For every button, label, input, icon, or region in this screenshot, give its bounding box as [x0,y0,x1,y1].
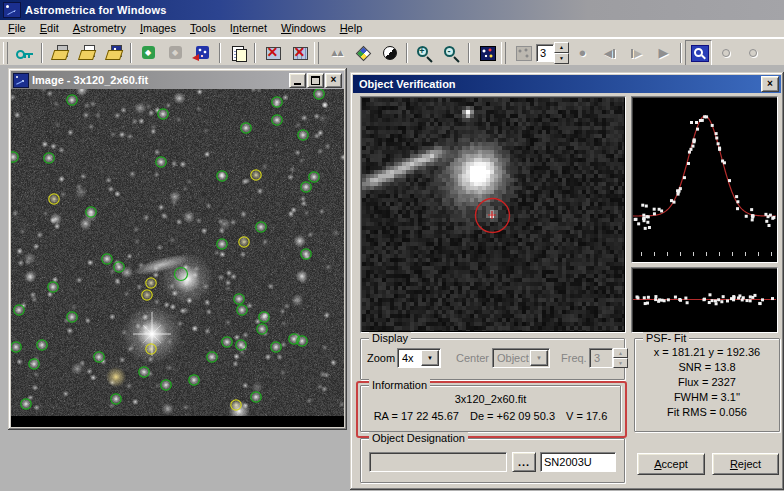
toolbar-open-folder-button[interactable] [46,40,73,66]
toolbar-magnifier-button[interactable] [685,40,712,66]
toolbar-open-folder-white-button[interactable] [73,40,100,66]
information-group: Information 3x120_2x60.fit RA = 17 22 45… [360,385,621,432]
psf-profile-plot [633,98,776,261]
accept-button[interactable]: Accept [637,453,705,475]
information-filename: 3x120_2x60.fit [361,393,620,405]
display-group: Display Zoom 4x ▼ Center Object ▼ Freq. … [360,338,625,380]
frame-down-icon[interactable]: ▼ [554,53,569,64]
reject-button[interactable]: Reject [712,453,779,475]
object-image-frame [360,96,626,333]
app-title: Astrometrica for Windows [25,4,167,16]
object-designation-label: Object Designation [369,432,468,444]
toolbar-target-gray-button: ◆ [162,40,189,66]
toolbar-separator [406,43,408,63]
menu-help[interactable]: Help [333,21,370,36]
toolbar-marker-2-button [739,40,766,66]
toolbar-report-button[interactable] [224,40,251,66]
toolbar-target-green-button[interactable]: ◆ [135,40,162,66]
zoom-select[interactable]: 4x ▼ [397,348,441,368]
freq-spinner-value: 3 [589,348,613,368]
information-v: V = 17.6 [566,410,607,422]
toolbar-record-button: ● [569,40,596,66]
toolbar-step-forward-button: ▶ [623,40,650,66]
toolbar-separator [130,43,132,63]
psf-fwhm: FWHM = 3.1'' [635,390,779,405]
zoom-select-value: 4x [398,349,420,367]
image-window-title: Image - 3x120_2x60.fit [32,74,289,86]
toolbar-background-button: ▲▲ [322,40,349,66]
dialog-title: Object Verification [359,78,761,90]
toolbar-separator [254,43,256,63]
image-window-icon [13,73,29,88]
object-designation-group: Object Designation ... [360,438,625,483]
toolbar-color-levels-button[interactable] [349,40,376,66]
display-group-label: Display [369,332,411,344]
image-window-titlebar[interactable]: Image - 3x120_2x60.fit × [11,71,344,89]
menu-edit[interactable]: Edit [33,21,66,36]
close-button[interactable]: × [325,73,342,88]
main-titlebar: Astrometrica for Windows [0,0,784,20]
designation-input[interactable] [540,452,616,472]
residual-plot-frame [631,267,778,333]
object-image[interactable] [362,98,624,331]
information-ra: RA = 17 22 45.67 [374,410,459,422]
toolbar-close-all-images-button[interactable] [286,40,313,66]
toolbar-grip [3,42,8,64]
information-coordinates: RA = 17 22 45.67 De = +62 09 50.3 V = 17… [361,410,620,422]
starfield-image[interactable] [11,89,344,427]
psf-residual-plot [633,269,776,331]
astrometrica-app: Astrometrica for Windows FileEditAstrome… [0,0,784,491]
image-window: Image - 3x120_2x60.fit × [8,68,347,430]
zoom-select-arrow-icon[interactable]: ▼ [421,350,439,366]
freq-down-icon: ▼ [613,358,628,368]
psf-snr: SNR = 13.8 [635,360,779,375]
toolbar-open-folder-stars-button[interactable] [100,40,127,66]
maximize-button[interactable] [307,73,324,88]
menu-tools[interactable]: Tools [183,21,223,36]
toolbar-zoom-out-button[interactable]: - [438,40,465,66]
toolbar-close-image-button[interactable] [259,40,286,66]
toolbar-blink-button[interactable] [473,40,500,66]
psf-fit-group: PSF- Fit x = 181.21 y = 192.36 SNR = 13.… [634,338,780,432]
psf-flux: Flux = 2327 [635,375,779,390]
toolbar-frame-number-value[interactable]: 3 [536,44,554,62]
center-select-arrow-icon: ▼ [530,350,548,366]
toolbar-separator [41,43,43,63]
center-select-value: Object [493,349,529,367]
menu-images[interactable]: Images [133,21,183,36]
menu-file[interactable]: File [1,21,33,36]
designation-field [369,452,507,472]
frame-up-icon[interactable]: ▲ [554,42,569,53]
object-verification-dialog: Object Verification × Display [350,72,784,490]
menu-astrometry[interactable]: Astrometry [66,21,133,36]
center-select: Object ▼ [492,348,550,368]
toolbar-invert-contrast-button[interactable] [376,40,403,66]
toolbar-zoom-in-button[interactable]: + [411,40,438,66]
information-group-label: Information [369,379,430,391]
toolbar-settings-button[interactable] [11,40,38,66]
toolbar-frame-number-spinner[interactable]: 3▲▼ [536,42,569,64]
toolbar-step-back-button: ◀ [596,40,623,66]
browse-button[interactable]: ... [512,452,536,472]
zoom-label: Zoom [367,352,395,364]
psf-fit-group-label: PSF- Fit [643,332,689,344]
toolbar-find-stars-button[interactable] [189,40,216,66]
information-de: De = +62 09 50.3 [470,410,555,422]
menubar: FileEditAstrometryImagesToolsInternetWin… [0,20,784,38]
psf-plot-frame [631,96,778,263]
toolbar-separator [680,43,682,63]
freq-up-icon: ▲ [613,348,628,358]
toolbar-grip [314,42,319,64]
dialog-titlebar[interactable]: Object Verification × [353,75,781,93]
dialog-client: Display Zoom 4x ▼ Center Object ▼ Freq. … [353,93,781,487]
minimize-button[interactable] [289,73,306,88]
toolbar: ◆◆▲▲+-3▲▼●◀▶▶ [0,38,784,67]
menu-windows[interactable]: Windows [274,21,333,36]
toolbar-play-button: ▶ [650,40,677,66]
toolbar-separator [468,43,470,63]
freq-spinner: 3 ▲ ▼ [589,348,628,368]
menu-internet[interactable]: Internet [223,21,274,36]
center-label: Center [456,352,489,364]
app-icon [3,2,21,18]
dialog-close-button[interactable]: × [761,76,779,92]
